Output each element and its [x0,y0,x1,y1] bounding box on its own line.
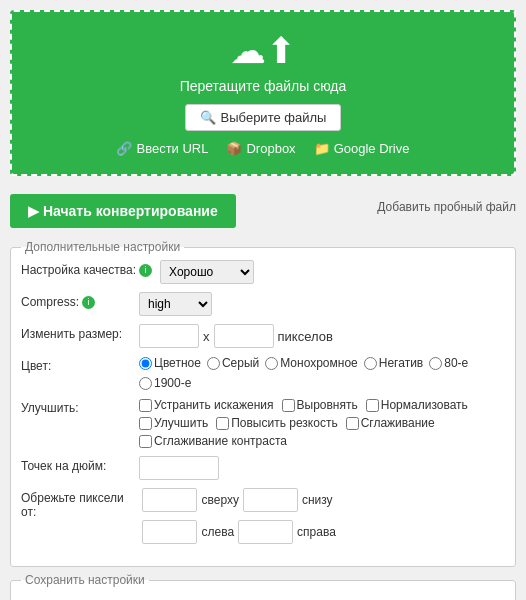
enhance-normalize[interactable]: Нормализовать [366,398,468,412]
save-settings-section: Сохранить настройки Сохранить настройки … [10,573,516,600]
crop-left-label: слева [201,525,234,539]
crop-label: Обрежьте пиксели от: [21,488,134,519]
crop-right-label: справа [297,525,336,539]
crop-bottom-input[interactable] [243,488,298,512]
crop-top-label: сверху [201,493,238,507]
add-sample-text[interactable]: Добавить пробный файл [377,200,516,214]
color-radio-80s[interactable] [429,357,442,370]
crop-top-input[interactable] [142,488,197,512]
dropbox-icon: 📦 [226,141,242,156]
quality-label: Настройка качества: i [21,260,152,277]
color-option-gray[interactable]: Серый [207,356,259,370]
enhance-row: Улучшить: Устранить искажения Выровнять … [21,398,505,448]
search-icon: 🔍 [200,110,216,125]
compress-select[interactable]: high medium low [139,292,212,316]
crop-right-input[interactable] [238,520,293,544]
upload-icon: ☁⬆ [30,30,496,72]
color-option-mono[interactable]: Монохромное [265,356,358,370]
color-label: Цвет: [21,356,131,373]
dpi-control [139,456,219,480]
quality-control: Хорошо Отлично Нормально [160,260,254,284]
enhance-label: Улучшить: [21,398,131,415]
color-option-negative[interactable]: Негатив [364,356,423,370]
enhance-align[interactable]: Выровнять [282,398,358,412]
dpi-label: Точек на дюйм: [21,456,131,473]
start-convert-button-top[interactable]: ▶ Начать конвертирование [10,194,236,228]
additional-settings-legend: Дополнительные настройки [21,240,184,254]
quality-info-icon[interactable]: i [139,264,152,277]
upload-links: 🔗 Ввести URL 📦 Dropbox 📁 Google Drive [30,141,496,156]
color-option-1900s[interactable]: 1900-е [139,376,191,390]
dropbox-link[interactable]: 📦 Dropbox [226,141,295,156]
link-icon: 🔗 [116,141,132,156]
resize-unit: пикселов [278,329,333,344]
color-radio-1900s[interactable] [139,377,152,390]
enhance-smooth[interactable]: Сглаживание [346,416,435,430]
enhance-align-check[interactable] [282,399,295,412]
quality-select[interactable]: Хорошо Отлично Нормально [160,260,254,284]
drag-text: Перетащите файлы сюда [30,78,496,94]
color-radio-negative[interactable] [364,357,377,370]
compress-row: Compress: i high medium low [21,292,505,316]
resize-x-separator: x [203,329,210,344]
crop-control: сверху снизу слева справа [142,488,505,548]
gdrive-link[interactable]: 📁 Google Drive [314,141,410,156]
gdrive-icon: 📁 [314,141,330,156]
crop-top-row: сверху снизу [142,488,332,512]
resize-height-input[interactable] [214,324,274,348]
enhance-checkbox-group: Устранить искажения Выровнять Нормализов… [139,398,505,448]
enhance-improve-check[interactable] [139,417,152,430]
save-settings-legend: Сохранить настройки [21,573,149,587]
dpi-row: Точек на дюйм: [21,456,505,480]
enhance-sharpen-check[interactable] [216,417,229,430]
resize-control: x пикселов [139,324,333,348]
additional-settings-section: Дополнительные настройки Настройка качес… [10,240,516,567]
choose-files-button[interactable]: 🔍 Выберите файлы [185,104,342,131]
compress-control: high medium low [139,292,212,316]
upload-dropzone[interactable]: ☁⬆ Перетащите файлы сюда 🔍 Выберите файл… [10,10,516,176]
crop-left-row: слева справа [142,520,335,544]
resize-width-input[interactable] [139,324,199,348]
color-radio-gray[interactable] [207,357,220,370]
enhance-sharpen[interactable]: Повысить резкость [216,416,337,430]
enhance-improve[interactable]: Улучшить [139,416,208,430]
enhance-smooth-contrast[interactable]: Сглаживание контраста [139,434,287,448]
crop-row: Обрежьте пиксели от: сверху снизу слева … [21,488,505,548]
start-row: ▶ Начать конвертирование Добавить пробны… [0,186,526,236]
color-row: Цвет: Цветное Серый Монохромное Негатив … [21,356,505,390]
compress-info-icon[interactable]: i [82,296,95,309]
color-option-color[interactable]: Цветное [139,356,201,370]
enhance-distortion[interactable]: Устранить искажения [139,398,274,412]
resize-row: Изменить размер: x пикселов [21,324,505,348]
crop-left-input[interactable] [142,520,197,544]
enhance-smooth-check[interactable] [346,417,359,430]
enhance-distortion-check[interactable] [139,399,152,412]
enhance-normalize-check[interactable] [366,399,379,412]
quality-row: Настройка качества: i Хорошо Отлично Нор… [21,260,505,284]
color-option-80s[interactable]: 80-е [429,356,468,370]
color-radio-mono[interactable] [265,357,278,370]
color-radio-group: Цветное Серый Монохромное Негатив 80-е 1… [139,356,505,390]
color-radio-color[interactable] [139,357,152,370]
crop-bottom-label: снизу [302,493,333,507]
dpi-input[interactable] [139,456,219,480]
resize-label: Изменить размер: [21,324,131,341]
enhance-smooth-contrast-check[interactable] [139,435,152,448]
compress-label: Compress: i [21,292,131,309]
url-link[interactable]: 🔗 Ввести URL [116,141,208,156]
